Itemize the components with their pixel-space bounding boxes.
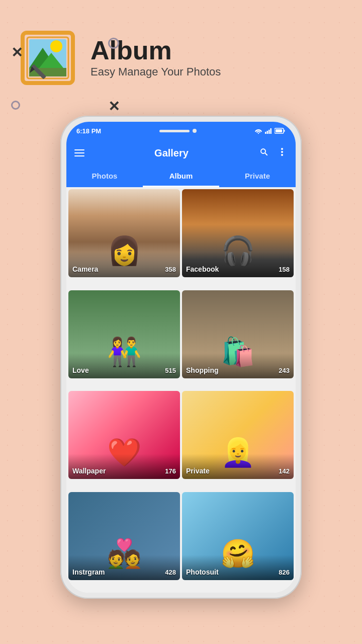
app-icon-wrapper (15, 25, 80, 91)
album-item[interactable]: Private142 (182, 391, 294, 479)
album-overlay: Shopping243 (182, 353, 294, 378)
search-button[interactable] (258, 146, 269, 160)
more-vertical-icon (278, 147, 287, 156)
svg-point-9 (258, 133, 259, 134)
status-bar: 6:18 PM (66, 122, 296, 140)
notch-bar (159, 130, 190, 132)
svg-point-5 (50, 40, 62, 52)
gallery-title: Gallery (154, 147, 189, 159)
album-overlay: Instrgram428 (68, 555, 180, 580)
album-name: Shopping (186, 366, 219, 374)
hamburger-line (74, 149, 84, 150)
album-overlay: Camera358 (68, 252, 180, 277)
hamburger-menu-button[interactable] (74, 149, 84, 156)
wifi-icon (254, 128, 262, 134)
svg-rect-11 (266, 131, 268, 134)
hamburger-line (74, 155, 84, 156)
tab-private[interactable]: Private (219, 166, 296, 187)
tab-photos[interactable]: Photos (66, 166, 143, 187)
svg-rect-12 (268, 130, 270, 134)
album-overlay: Facebook158 (182, 252, 294, 277)
svg-line-18 (265, 153, 267, 155)
album-item[interactable]: Shopping243 (182, 290, 294, 378)
album-count: 243 (279, 367, 290, 374)
deco-circle-2 (11, 101, 20, 110)
app-bar: Gallery (66, 140, 296, 166)
deco-x2: ✕ (108, 98, 120, 115)
notch-dot (193, 129, 197, 133)
albums-grid: Camera358Facebook158Love515Shopping243Wa… (66, 187, 296, 593)
album-count: 142 (279, 467, 290, 475)
phone-screen: 6:18 PM (66, 122, 296, 593)
album-name: Private (186, 467, 210, 475)
album-name: Camera (72, 265, 98, 273)
album-item[interactable]: Camera358 (68, 189, 180, 277)
svg-rect-16 (284, 130, 285, 132)
album-item[interactable]: Facebook158 (182, 189, 294, 277)
status-icons (254, 128, 286, 134)
svg-point-17 (261, 149, 265, 153)
album-item[interactable]: Instrgram428 (68, 492, 180, 580)
album-overlay: Wallpaper176 (68, 454, 180, 479)
album-item[interactable]: Love515 (68, 290, 180, 378)
album-count: 428 (165, 569, 176, 576)
deco-x1: ✕ (11, 44, 23, 61)
svg-rect-10 (265, 132, 266, 134)
svg-point-21 (281, 154, 283, 156)
album-name: Love (72, 366, 89, 374)
album-item[interactable]: Photosuit826 (182, 492, 294, 580)
phone-mockup: 6:18 PM (60, 116, 302, 599)
app-icon (20, 30, 75, 86)
album-name: Facebook (186, 265, 219, 273)
album-count: 826 (279, 569, 290, 576)
svg-point-20 (281, 151, 283, 153)
app-header: Album Easy Manage Your Photos (15, 25, 221, 91)
deco-circle-1 (108, 38, 119, 49)
album-name: Wallpaper (72, 467, 106, 475)
album-count: 515 (165, 367, 176, 374)
album-overlay: Private142 (182, 454, 294, 479)
signal-icon (265, 128, 272, 134)
tab-album[interactable]: Album (143, 166, 219, 187)
album-overlay: Photosuit826 (182, 555, 294, 580)
album-name: Instrgram (72, 568, 105, 576)
album-overlay: Love515 (68, 353, 180, 378)
status-notch (159, 129, 197, 133)
tabs-bar: Photos Album Private (66, 166, 296, 187)
svg-rect-15 (276, 129, 282, 132)
album-name: Photosuit (186, 568, 219, 576)
hamburger-line (74, 152, 84, 153)
album-count: 158 (279, 266, 290, 273)
more-options-button[interactable] (277, 146, 288, 160)
album-item[interactable]: Wallpaper176 (68, 391, 180, 479)
status-time: 6:18 PM (76, 127, 101, 135)
svg-point-19 (281, 148, 283, 150)
album-count: 176 (165, 467, 176, 475)
search-icon (259, 147, 268, 156)
album-count: 358 (165, 266, 176, 273)
svg-rect-13 (270, 128, 272, 134)
battery-icon (275, 128, 286, 134)
app-bar-icons (258, 146, 288, 160)
app-subtitle: Easy Manage Your Photos (90, 65, 221, 78)
